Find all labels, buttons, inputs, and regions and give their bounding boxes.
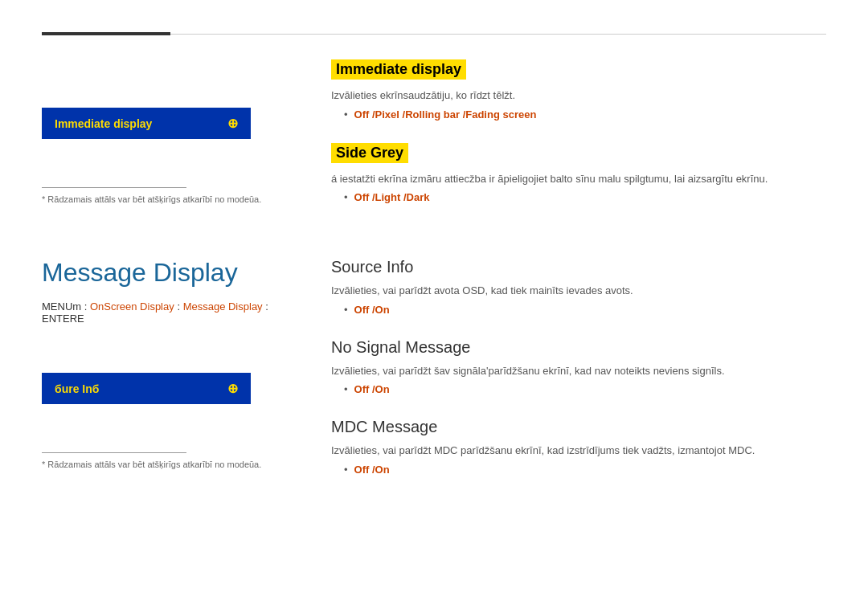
source-info-desc: Izvālieties, vai parīdžt avota OSD, kad … [331, 283, 826, 299]
source-info-subsection: Source Info Izvālieties, vai parīdžt avo… [331, 258, 826, 316]
immediate-display-label: Immediate display [55, 117, 152, 130]
source-info-button[interactable]: бure Inб ⊕ [42, 373, 251, 404]
menu-path-link1: OnScreen Display [90, 300, 174, 313]
immediate-display-heading: Immediate display [331, 59, 466, 80]
progress-bar-filled [42, 32, 170, 35]
section1-footnote: * Rādzamais attāls var bēt atšķirīgs atk… [42, 194, 291, 204]
mdc-message-options: Off /On [354, 464, 390, 476]
no-signal-desc: Izvālieties, vai parīdžt šav signāla'par… [331, 363, 826, 379]
side-grey-subsection: Side Grey á iestatžti ekrīna izmāru atti… [331, 143, 826, 204]
no-signal-options: Off /On [354, 383, 390, 395]
no-signal-subsection: No Signal Message Izvālieties, vai parīd… [331, 338, 826, 396]
section1-wrapper: Immediate display ⊕ * Rādzamais attāls v… [42, 59, 826, 226]
side-grey-desc: á iestatžti ekrīna izmāru attiecžba ir ā… [331, 171, 826, 187]
source-info-heading: Source Info [331, 258, 826, 276]
menu-path-prefix: MENUm : [42, 300, 87, 313]
section1-left-panel: Immediate display ⊕ * Rādzamais attāls v… [42, 59, 315, 226]
source-info-label: бure Inб [55, 382, 99, 395]
no-signal-bullet: Off /On [344, 383, 826, 395]
immediate-display-button[interactable]: Immediate display ⊕ [42, 108, 251, 139]
section2-footnote: * Rādzamais attāls var bēt atšķirīgs atk… [42, 460, 291, 469]
mdc-message-subsection: MDC Message Izvālieties, vai parīdžt MDC… [331, 418, 826, 476]
section2-left-panel: Message Display MENUm : OnScreen Display… [42, 258, 315, 498]
section2-right-panel: Source Info Izvālieties, vai parīdžt avo… [315, 258, 826, 498]
section1-right-panel: Immediate display Izvālieties ekrīnsaudz… [315, 59, 826, 226]
message-display-title: Message Display [42, 258, 291, 288]
menu-path: MENUm : OnScreen Display : Message Displ… [42, 300, 291, 325]
side-grey-heading: Side Grey [331, 143, 408, 163]
progress-bar-empty [170, 34, 826, 35]
side-grey-options: Off /Light /Dark [354, 191, 430, 203]
section1-footnote-line [42, 187, 186, 188]
side-grey-bullet: Off /Light /Dark [344, 191, 826, 203]
immediate-display-bullet: Off /Pixel /Rolling bar /Fading screen [344, 108, 826, 121]
source-info-bullet: Off /On [344, 304, 826, 316]
section2-wrapper: Message Display MENUm : OnScreen Display… [42, 258, 826, 498]
source-info-icon: ⊕ [227, 381, 238, 396]
top-bar-area [42, 32, 826, 35]
immediate-display-subsection: Immediate display Izvālieties ekrīnsaudz… [331, 59, 826, 121]
immediate-display-options: Off /Pixel /Rolling bar /Fading screen [354, 108, 537, 121]
mdc-message-heading: MDC Message [331, 418, 826, 436]
no-signal-heading: No Signal Message [331, 338, 826, 357]
mdc-message-bullet: Off /On [344, 464, 826, 476]
menu-path-sep1: : [177, 300, 180, 313]
menu-path-link2: Message Display [183, 300, 263, 313]
immediate-display-desc: Izvālieties ekrīnsaudzātiju, ko rīdzt tē… [331, 88, 826, 104]
section2-footnote-line [42, 452, 186, 453]
page-container: Immediate display ⊕ * Rādzamais attāls v… [0, 0, 868, 530]
source-info-options: Off /On [354, 304, 390, 316]
mdc-message-desc: Izvālieties, vai parīdžt MDC parīdžšanu … [331, 443, 826, 459]
immediate-display-icon: ⊕ [227, 116, 238, 131]
